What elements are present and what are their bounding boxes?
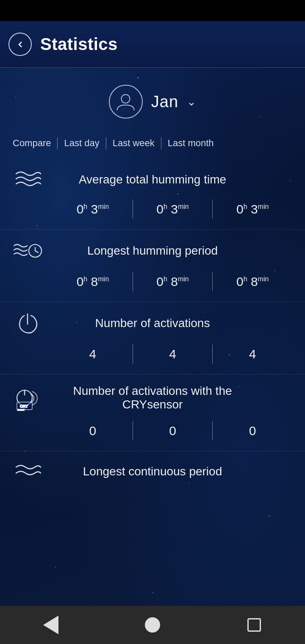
stat-longest-humming-val2: 0h 8min bbox=[133, 275, 213, 289]
user-name: Jan bbox=[151, 93, 178, 111]
stat-avg-humming-val3: 0h 3min bbox=[213, 202, 292, 217]
recent-square-icon bbox=[247, 618, 261, 632]
stat-activations-val2: 4 bbox=[133, 347, 213, 361]
stat-avg-humming: Average total humming time 0h 3min 0h 3m… bbox=[0, 159, 305, 230]
stat-cry-title: Number of activations with the CRYsensor bbox=[53, 384, 252, 411]
back-button[interactable] bbox=[8, 33, 32, 56]
power-icon bbox=[13, 311, 42, 336]
cry-sensor-icon: CRY sensor bbox=[13, 383, 42, 413]
clock-waves-icon bbox=[13, 238, 42, 264]
svg-text:sensor: sensor bbox=[17, 408, 25, 411]
bottom-nav bbox=[0, 606, 305, 644]
stat-longest-humming: Longest humming period 0h 8min 0h 8min 0… bbox=[0, 230, 305, 302]
stat-cry-val3: 0 bbox=[213, 424, 292, 438]
svg-text:CRY: CRY bbox=[20, 404, 28, 408]
nav-back-button[interactable] bbox=[38, 612, 64, 638]
header: Statistics bbox=[0, 21, 305, 68]
filter-last-day[interactable]: Last day bbox=[58, 136, 105, 151]
stat-activations-values: 4 4 4 bbox=[13, 344, 292, 364]
dropdown-icon[interactable]: ⌄ bbox=[187, 95, 196, 108]
stat-activations-val3: 4 bbox=[213, 347, 292, 361]
nav-home-button[interactable] bbox=[140, 612, 165, 638]
waves-bottom-icon bbox=[13, 460, 42, 483]
stat-activations: Number of activations 4 4 4 bbox=[0, 302, 305, 375]
stat-avg-humming-val1: 0h 3min bbox=[53, 202, 133, 217]
home-circle-icon bbox=[145, 617, 160, 633]
stat-avg-humming-val2: 0h 3min bbox=[133, 202, 213, 217]
back-triangle-icon bbox=[43, 616, 58, 634]
user-avatar bbox=[109, 85, 143, 119]
filter-compare[interactable]: Compare bbox=[13, 136, 57, 151]
stat-activations-header: Number of activations bbox=[13, 311, 292, 336]
stat-avg-humming-header: Average total humming time bbox=[13, 168, 292, 191]
stat-cry-activations: CRY sensor Number of activations with th… bbox=[0, 375, 305, 451]
stat-longest-humming-val1: 0h 8min bbox=[53, 275, 133, 289]
stat-activations-val1: 4 bbox=[53, 347, 133, 361]
filter-last-week[interactable]: Last week bbox=[106, 136, 161, 151]
stat-longest-humming-val3: 0h 8min bbox=[213, 275, 292, 289]
stat-longest-cont-header: Longest continuous period bbox=[13, 460, 292, 483]
stat-longest-continuous: Longest continuous period bbox=[0, 451, 305, 496]
stat-avg-humming-title: Average total humming time bbox=[53, 173, 252, 186]
user-selector[interactable]: Jan ⌄ bbox=[0, 76, 305, 131]
filter-last-month[interactable]: Last month bbox=[161, 136, 220, 151]
main-content: Jan ⌄ Compare Last day Last week Last mo… bbox=[0, 68, 305, 496]
stat-cry-val2: 0 bbox=[133, 424, 213, 438]
status-bar bbox=[0, 0, 305, 21]
stat-activations-title: Number of activations bbox=[53, 316, 252, 330]
waves-icon bbox=[13, 168, 42, 191]
page-title: Statistics bbox=[40, 35, 118, 54]
stat-longest-humming-values: 0h 8min 0h 8min 0h 8min bbox=[13, 272, 292, 291]
stat-longest-cont-title: Longest continuous period bbox=[53, 465, 252, 478]
svg-point-0 bbox=[122, 94, 130, 103]
stat-cry-values: 0 0 0 bbox=[13, 421, 292, 440]
nav-recent-button[interactable] bbox=[241, 612, 267, 638]
stat-avg-humming-values: 0h 3min 0h 3min 0h 3min bbox=[13, 200, 292, 219]
stat-cry-header: CRY sensor Number of activations with th… bbox=[13, 383, 292, 413]
filter-tabs: Compare Last day Last week Last month bbox=[0, 131, 305, 155]
stat-cry-val1: 0 bbox=[53, 424, 133, 438]
svg-line-3 bbox=[35, 251, 38, 253]
stat-longest-humming-header: Longest humming period bbox=[13, 238, 292, 264]
stat-longest-humming-title: Longest humming period bbox=[53, 244, 252, 258]
